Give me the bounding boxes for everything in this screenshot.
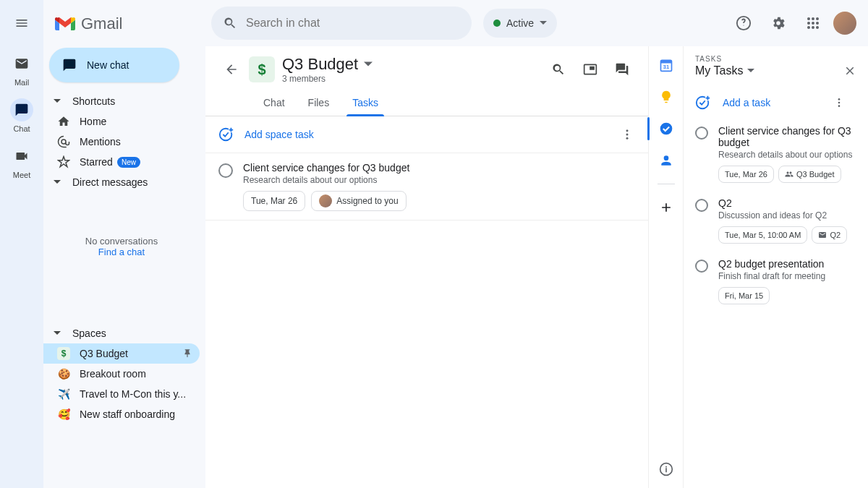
spaces-header[interactable]: Spaces (43, 323, 200, 343)
caret-down-icon (364, 60, 373, 69)
pop-out-button[interactable] (576, 55, 605, 84)
space-item[interactable]: 🥰New staff onboarding (43, 404, 200, 424)
tasks-list-selector[interactable]: My Tasks (695, 64, 754, 77)
task-date-chip[interactable]: Tue, Mar 26 (718, 166, 774, 183)
apps-button[interactable] (799, 9, 827, 38)
sidebar-home[interactable]: Home (43, 111, 200, 132)
shortcuts-header[interactable]: Shortcuts (43, 91, 200, 111)
tab-chat[interactable]: Chat (252, 90, 297, 116)
space-task-list: Add space task Client service changes fo… (205, 116, 648, 221)
keep-addon[interactable] (658, 88, 675, 106)
space-name: Q3 Budget (80, 348, 128, 359)
tasks-addon[interactable] (658, 120, 675, 137)
caret-down-icon (747, 67, 754, 74)
task-row[interactable]: Client service changes for Q3 budget Res… (205, 153, 648, 221)
task-complete-checkbox[interactable] (218, 163, 233, 178)
space-search-button[interactable] (544, 55, 573, 84)
svg-point-0 (807, 17, 810, 20)
info-icon (659, 462, 673, 476)
find-chat-link[interactable]: Find a chat (98, 247, 145, 257)
task-mail-chip[interactable]: Q2 (812, 226, 847, 244)
task-complete-checkbox[interactable] (695, 199, 708, 212)
panel-task[interactable]: Client service changes for Q3 budget Res… (695, 125, 856, 183)
mention-icon (57, 135, 70, 148)
contacts-icon (659, 153, 673, 168)
close-panel-button[interactable] (843, 64, 856, 77)
space-name: Travel to M-Con this y... (80, 388, 186, 400)
tasks-panel-more[interactable] (833, 97, 856, 108)
svg-point-2 (816, 17, 819, 20)
search-input[interactable] (246, 17, 460, 30)
back-button[interactable] (217, 55, 246, 84)
task-date-chip[interactable]: Tue, Mar 26 (243, 191, 305, 211)
space-item[interactable]: 🍪Breakout room (43, 364, 200, 384)
home-icon (57, 115, 70, 128)
close-icon (843, 64, 856, 77)
svg-point-6 (807, 26, 810, 29)
contacts-addon[interactable] (658, 152, 675, 169)
new-badge: New (117, 157, 140, 168)
rail-mail[interactable]: Mail (1, 52, 42, 87)
logo[interactable]: Gmail (43, 6, 200, 42)
thread-button[interactable] (608, 55, 637, 84)
side-panel-info[interactable] (659, 462, 673, 476)
panel-task[interactable]: Q2 budget presentation Finish final draf… (695, 258, 856, 304)
svg-point-8 (816, 26, 819, 29)
sidebar-mentions[interactable]: Mentions (43, 132, 200, 152)
task-complete-checkbox[interactable] (695, 127, 708, 140)
hamburger-icon (14, 16, 29, 30)
help-button[interactable] (729, 9, 758, 38)
svg-point-22 (838, 102, 841, 104)
main-menu-button[interactable] (4, 6, 39, 40)
svg-point-23 (838, 105, 841, 107)
more-vert-icon (833, 97, 845, 108)
picture-in-picture-icon (583, 62, 597, 77)
task-date-chip[interactable]: Fri, Mar 15 (718, 287, 770, 304)
task-space-chip[interactable]: Q3 Budget (778, 166, 841, 183)
get-addons[interactable] (658, 199, 675, 216)
new-chat-button[interactable]: New chat (49, 48, 179, 82)
status-chip[interactable]: Active (483, 9, 557, 38)
main-column: Active $ Q3 Budget 3 members (205, 0, 868, 488)
panel-task[interactable]: Q2 Discussion and ideas for Q2 Tue, Mar … (695, 197, 856, 244)
account-avatar[interactable] (833, 12, 856, 35)
task-description: Research details about our options (718, 150, 856, 160)
tab-files[interactable]: Files (297, 90, 341, 116)
add-task-icon (695, 95, 711, 111)
mail-icon (14, 56, 29, 71)
people-icon (785, 170, 793, 179)
arrow-back-icon (224, 62, 239, 77)
search-box[interactable] (211, 7, 472, 40)
task-title: Client service changes for Q3 budget (718, 125, 856, 148)
task-assignee-chip[interactable]: Assigned to you (311, 191, 406, 211)
task-complete-checkbox[interactable] (695, 260, 708, 273)
rail-chat[interactable]: Chat (1, 98, 42, 133)
add-task-button[interactable]: Add a task (695, 95, 856, 111)
space-item[interactable]: ✈️Travel to M-Con this y... (43, 384, 200, 404)
apps-grid-icon (807, 17, 820, 30)
rail-meet[interactable]: Meet (1, 145, 42, 179)
svg-point-17 (660, 123, 672, 135)
tab-tasks[interactable]: Tasks (341, 90, 390, 116)
dm-header[interactable]: Direct messages (43, 172, 200, 192)
empty-state: No conversations Find a chat (43, 236, 200, 257)
add-space-task[interactable]: Add space task (205, 116, 648, 153)
chat-icon (14, 103, 29, 117)
svg-point-7 (812, 26, 814, 29)
space-avatar: $ (249, 56, 275, 82)
settings-button[interactable] (764, 9, 793, 38)
space-name: New staff onboarding (80, 408, 175, 420)
space-item[interactable]: $Q3 Budget (43, 343, 200, 364)
calendar-addon[interactable]: 31 (658, 56, 675, 74)
svg-point-21 (838, 98, 841, 100)
task-list-more[interactable] (618, 125, 637, 144)
help-icon (736, 15, 752, 31)
tasks-icon (659, 121, 673, 136)
new-chat-label: New chat (87, 59, 129, 71)
space-title[interactable]: Q3 Budget (282, 55, 373, 74)
task-date-chip[interactable]: Tue, Mar 5, 10:00 AM (718, 226, 807, 244)
caret-down-icon (54, 98, 61, 105)
sidebar-starred[interactable]: Starred New (43, 152, 200, 172)
sidebar: Gmail New chat Shortcuts Home Mentions S… (43, 0, 205, 488)
calendar-icon: 31 (659, 58, 673, 72)
